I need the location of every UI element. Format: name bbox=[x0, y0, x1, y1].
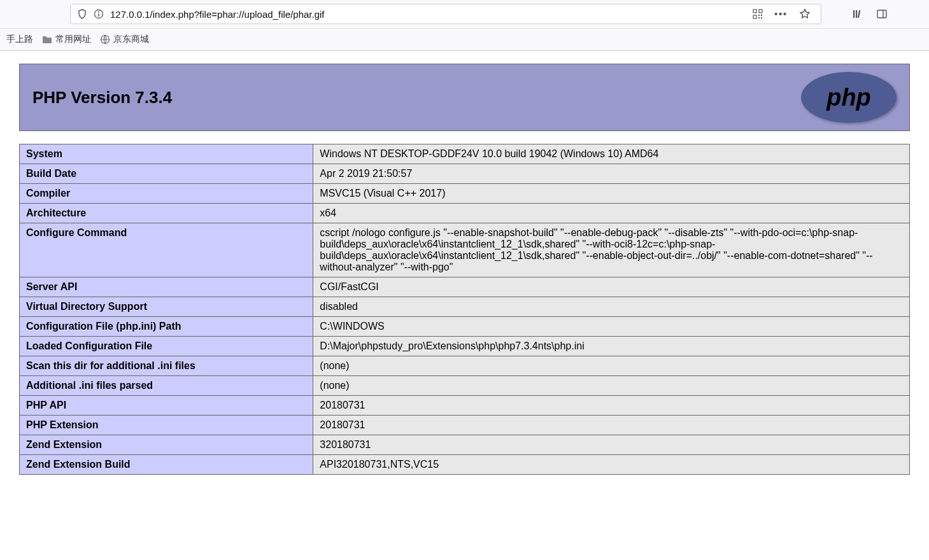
info-key: Configuration File (php.ini) Path bbox=[20, 317, 313, 337]
info-key: Compiler bbox=[20, 184, 313, 204]
phpinfo-header: PHP Version 7.3.4 php bbox=[19, 64, 910, 131]
table-row: Configure Commandcscript /nologo configu… bbox=[20, 223, 910, 277]
table-row: Loaded Configuration FileD:\Major\phpstu… bbox=[20, 337, 910, 356]
table-row: PHP API20180731 bbox=[20, 396, 910, 416]
info-value: 320180731 bbox=[313, 435, 910, 455]
table-row: SystemWindows NT DESKTOP-GDDF24V 10.0 bu… bbox=[20, 144, 910, 164]
info-key: PHP API bbox=[20, 396, 313, 416]
info-key: Zend Extension bbox=[20, 435, 313, 455]
svg-rect-8 bbox=[758, 17, 760, 18]
info-value: cscript /nologo configure.js "--enable-s… bbox=[313, 223, 910, 277]
svg-rect-9 bbox=[761, 17, 762, 18]
info-key: Additional .ini files parsed bbox=[20, 376, 313, 396]
info-value: Apr 2 2019 21:50:57 bbox=[313, 164, 910, 184]
info-value: 20180731 bbox=[313, 416, 910, 435]
toolbar-right-icons bbox=[852, 8, 888, 20]
info-value: CGI/FastCGI bbox=[313, 277, 910, 297]
info-value: (none) bbox=[313, 356, 910, 376]
bookmark-label: 京东商城 bbox=[113, 34, 149, 45]
info-key: System bbox=[20, 144, 313, 164]
info-key: Server API bbox=[20, 277, 313, 297]
browser-toolbar: 127.0.0.1/index.php?file=phar://upload_f… bbox=[0, 0, 929, 29]
svg-rect-2 bbox=[98, 13, 99, 17]
info-key: Build Date bbox=[20, 164, 313, 184]
table-row: Scan this dir for additional .ini files(… bbox=[20, 356, 910, 376]
phpinfo-table: SystemWindows NT DESKTOP-GDDF24V 10.0 bu… bbox=[19, 144, 910, 475]
table-row: PHP Extension20180731 bbox=[20, 416, 910, 435]
svg-rect-3 bbox=[753, 10, 756, 13]
info-value: disabled bbox=[313, 297, 910, 317]
qr-icon[interactable] bbox=[753, 9, 763, 19]
bookmark-label: 手上路 bbox=[6, 34, 33, 45]
php-logo-text: php bbox=[826, 84, 871, 111]
table-row: Zend Extension320180731 bbox=[20, 435, 910, 455]
table-row: Configuration File (php.ini) PathC:\WIND… bbox=[20, 317, 910, 337]
table-row: Build DateApr 2 2019 21:50:57 bbox=[20, 164, 910, 184]
folder-icon bbox=[42, 34, 52, 45]
svg-point-1 bbox=[98, 11, 99, 13]
url-bar-actions: ••• bbox=[753, 8, 814, 20]
bookmarks-bar: 手上路 常用网址 京东商城 bbox=[0, 29, 929, 51]
php-logo: php bbox=[801, 72, 897, 123]
info-key: Virtual Directory Support bbox=[20, 297, 313, 317]
page-title: PHP Version 7.3.4 bbox=[32, 88, 172, 108]
info-key: Configure Command bbox=[20, 223, 313, 277]
info-key: PHP Extension bbox=[20, 416, 313, 435]
info-value: 20180731 bbox=[313, 396, 910, 416]
url-text[interactable]: 127.0.0.1/index.php?file=phar://upload_f… bbox=[110, 9, 746, 20]
table-row: Virtual Directory Supportdisabled bbox=[20, 297, 910, 317]
info-key: Architecture bbox=[20, 204, 313, 223]
info-value: MSVC15 (Visual C++ 2017) bbox=[313, 184, 910, 204]
info-value: Windows NT DESKTOP-GDDF24V 10.0 build 19… bbox=[313, 144, 910, 164]
svg-rect-7 bbox=[761, 15, 762, 16]
svg-rect-12 bbox=[858, 10, 861, 18]
info-key: Scan this dir for additional .ini files bbox=[20, 356, 313, 376]
info-key: Zend Extension Build bbox=[20, 455, 313, 475]
svg-rect-6 bbox=[758, 15, 760, 16]
info-value: x64 bbox=[313, 204, 910, 223]
info-value: C:\WINDOWS bbox=[313, 317, 910, 337]
library-icon[interactable] bbox=[852, 8, 863, 20]
info-value: (none) bbox=[313, 376, 910, 396]
globe-icon bbox=[100, 34, 110, 45]
star-icon[interactable] bbox=[799, 8, 811, 20]
url-bar[interactable]: 127.0.0.1/index.php?file=phar://upload_f… bbox=[70, 4, 821, 24]
table-row: Additional .ini files parsed(none) bbox=[20, 376, 910, 396]
more-icon[interactable]: ••• bbox=[774, 9, 788, 19]
svg-rect-10 bbox=[853, 10, 855, 18]
bookmark-item-getting-started[interactable]: 手上路 bbox=[6, 34, 33, 45]
info-value: API320180731,NTS,VC15 bbox=[313, 455, 910, 475]
info-value: D:\Major\phpstudy_pro\Extensions\php\php… bbox=[313, 337, 910, 356]
sidebar-icon[interactable] bbox=[876, 8, 888, 20]
svg-rect-5 bbox=[753, 15, 756, 18]
svg-rect-11 bbox=[856, 10, 857, 18]
info-icon[interactable] bbox=[94, 9, 104, 19]
table-row: Zend Extension BuildAPI320180731,NTS,VC1… bbox=[20, 455, 910, 475]
page-content: PHP Version 7.3.4 php SystemWindows NT D… bbox=[0, 51, 929, 487]
shield-icon[interactable] bbox=[77, 9, 87, 19]
table-row: Architecturex64 bbox=[20, 204, 910, 223]
bookmark-item-common[interactable]: 常用网址 bbox=[42, 34, 91, 45]
table-row: Server APICGI/FastCGI bbox=[20, 277, 910, 297]
svg-rect-4 bbox=[759, 10, 762, 13]
bookmark-label: 常用网址 bbox=[55, 34, 91, 45]
table-row: CompilerMSVC15 (Visual C++ 2017) bbox=[20, 184, 910, 204]
bookmark-item-jd[interactable]: 京东商城 bbox=[100, 34, 149, 45]
info-key: Loaded Configuration File bbox=[20, 337, 313, 356]
svg-rect-13 bbox=[877, 10, 886, 18]
